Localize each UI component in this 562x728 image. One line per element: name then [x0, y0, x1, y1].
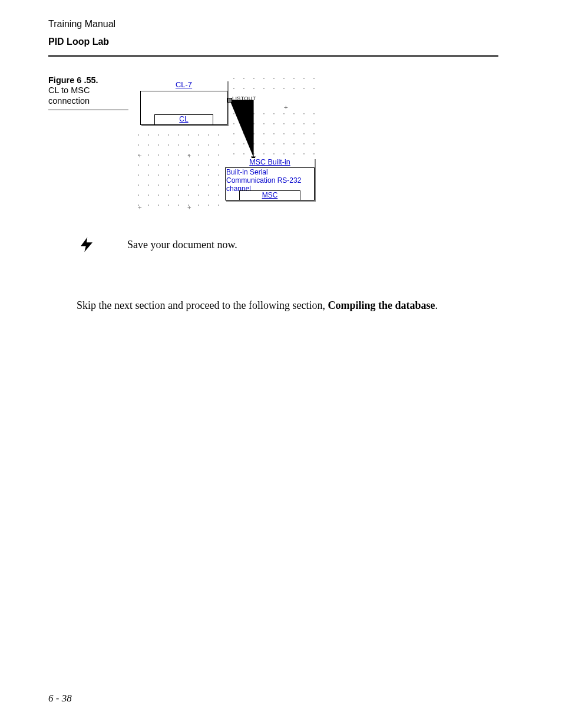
section-title: PID Loop Lab	[48, 37, 109, 47]
figure-number: Figure 6 .55.	[48, 75, 98, 85]
msc-block-type: MSC	[239, 190, 300, 200]
figure-caption: Figure 6 .55. CL to MSC connection	[48, 75, 128, 110]
msc-block-title: MSC Built-in	[225, 158, 315, 168]
msc-body-line: Communication RS-232	[226, 177, 313, 185]
figure-diagram: + + + + + + CL-7 CL LISTOUT MSC Built-in…	[135, 75, 316, 211]
header-rule	[48, 55, 498, 57]
cl-block: CL-7 CL	[140, 80, 227, 125]
cl-output-port-icon	[227, 98, 232, 103]
cl-listout-label: LISTOUT	[232, 95, 256, 101]
body-text-pre: Skip the next section and proceed to the…	[77, 299, 328, 311]
body-paragraph: Skip the next section and proceed to the…	[77, 299, 438, 312]
action-note-row: Save your document now.	[78, 236, 237, 253]
body-text-bold: Compiling the database	[328, 299, 435, 311]
body-text-post: .	[435, 299, 438, 311]
msc-body-line: Built-in Serial	[226, 169, 313, 177]
page-number: 6 - 38	[48, 693, 72, 704]
page: Training Manual PID Loop Lab Figure 6 .5…	[0, 0, 562, 728]
lightning-icon	[78, 236, 95, 253]
figure-caption-text: CL to MSC connection	[48, 85, 90, 105]
msc-block-body: Built-in Serial Communication RS-232 cha…	[226, 169, 313, 193]
doc-title: Training Manual	[48, 19, 115, 29]
msc-listin-label: GLISTIN	[247, 108, 253, 130]
action-note-text: Save your document now.	[127, 239, 237, 251]
cl-block-title: CL-7	[140, 80, 227, 91]
msc-block: MSC Built-in Built-in Serial Communicati…	[225, 158, 315, 200]
cl-block-type: CL	[154, 114, 213, 125]
